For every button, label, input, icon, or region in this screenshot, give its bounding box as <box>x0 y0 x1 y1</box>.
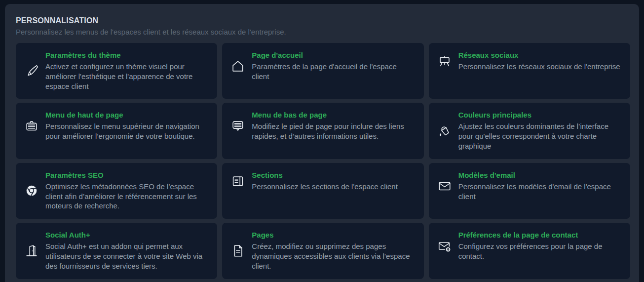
card-description: Activez et configurez un thème visuel po… <box>45 62 208 91</box>
envelope-arrow-icon <box>437 238 453 254</box>
page-title: PERSONNALISATION <box>16 16 630 25</box>
top-menu-icon <box>24 118 39 134</box>
card-description: Configurez vos préférences pour la page … <box>458 242 621 261</box>
door-open-icon <box>24 243 39 259</box>
card-title: Modèles d'email <box>458 171 621 179</box>
card-paintbrush[interactable]: Paramètres du thème Activez et configure… <box>16 43 217 99</box>
card-easel[interactable]: Réseaux sociaux Personnalisez les réseau… <box>429 43 630 99</box>
card-title: Menu de bas de page <box>252 111 415 119</box>
card-door-open[interactable]: Social Auth+ Social Auth+ est un addon q… <box>16 223 217 279</box>
page-icon <box>230 243 246 259</box>
bottom-menu-icon <box>230 118 246 134</box>
card-top-menu[interactable]: Menu de haut de page Personnalisez le me… <box>16 103 217 159</box>
card-title: Paramètres SEO <box>45 171 208 179</box>
card-description: Personnalisez le menu supérieur de navig… <box>45 121 208 141</box>
card-title: Menu de haut de page <box>45 111 208 119</box>
card-title: Préférences de la page de contact <box>458 231 621 239</box>
card-bottom-menu[interactable]: Menu de bas de page Modifiez le pied de … <box>222 103 423 159</box>
card-description: Modifiez le pied de page pour inclure de… <box>252 121 415 141</box>
card-title: Page d'accueil <box>252 51 415 59</box>
cards-grid: Paramètres du thème Activez et configure… <box>16 43 630 279</box>
card-description: Personnalisez les modèles d'email de l'e… <box>458 182 621 201</box>
card-title: Sections <box>252 171 415 179</box>
card-description: Ajustez les couleurs dominantes de l’int… <box>458 121 621 151</box>
card-description: Social Auth+ est un addon qui permet aux… <box>45 242 208 271</box>
chrome-browser-icon <box>24 183 39 199</box>
card-paint-bucket[interactable]: Couleurs principales Ajustez les couleur… <box>429 103 630 159</box>
card-title: Paramètres du thème <box>45 51 208 59</box>
card-envelope[interactable]: Modèles d'email Personnalisez les modèle… <box>429 163 630 219</box>
card-description: Créez, modifiez ou supprimez des pages d… <box>252 242 415 271</box>
card-page[interactable]: Pages Créez, modifiez ou supprimez des p… <box>222 223 423 279</box>
card-title: Réseaux sociaux <box>458 51 621 59</box>
card-title: Couleurs principales <box>458 111 621 119</box>
page-subtitle: Personnalisez les menus de l'espaces cli… <box>16 28 630 36</box>
paint-bucket-icon <box>437 123 453 139</box>
card-home[interactable]: Page d'accueil Paramètres de la page d'a… <box>222 43 423 99</box>
card-description: Optimisez les métadonnées SEO de l’espac… <box>45 182 208 211</box>
card-description: Paramètres de la page d'accueil de l'esp… <box>252 62 415 81</box>
card-description: Personnalisez les sections de l'espace c… <box>252 182 415 192</box>
personnalisation-panel: PERSONNALISATION Personnalisez les menus… <box>5 4 639 282</box>
card-description: Personnalisez les réseaux sociaux de l'e… <box>458 62 621 72</box>
home-icon <box>230 58 246 74</box>
envelope-icon <box>437 178 453 194</box>
card-envelope-arrow[interactable]: Préférences de la page de contact Config… <box>429 223 630 279</box>
card-chrome-browser[interactable]: Paramètres SEO Optimisez les métadonnées… <box>16 163 217 219</box>
paintbrush-icon <box>24 63 39 79</box>
card-sections[interactable]: Sections Personnalisez les sections de l… <box>222 163 423 219</box>
card-title: Pages <box>252 231 415 239</box>
sections-icon <box>230 173 246 189</box>
easel-icon <box>437 53 453 69</box>
card-title: Social Auth+ <box>45 231 208 239</box>
